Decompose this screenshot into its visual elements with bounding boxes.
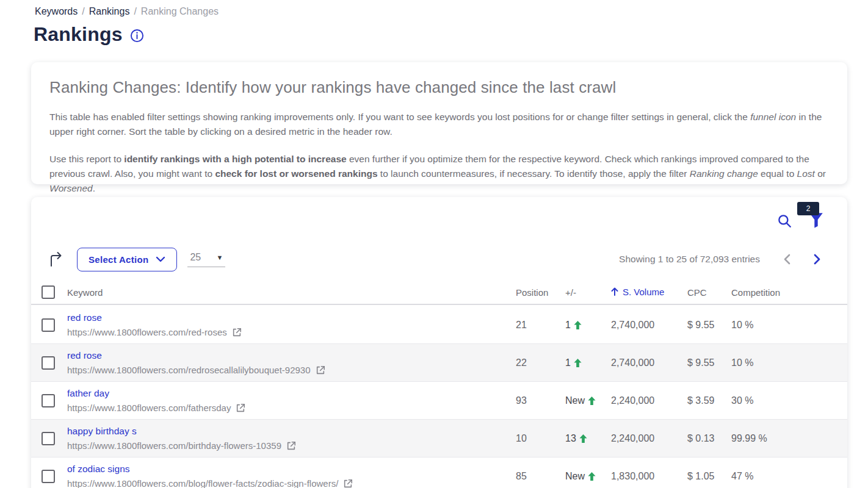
header-position[interactable]: Position bbox=[516, 287, 565, 298]
chevron-down-icon bbox=[156, 256, 165, 262]
page-size-select[interactable]: 25 ▼ bbox=[187, 252, 225, 267]
volume-value: 2,740,000 bbox=[611, 357, 687, 368]
table-row: red rose https://www.1800flowers.com/red… bbox=[31, 344, 847, 382]
funnel-filter-icon[interactable]: 2 bbox=[808, 212, 824, 229]
breadcrumb-rankings[interactable]: Rankings bbox=[89, 6, 130, 16]
keyword-url: https://www.1800flowers.com/blog/flower-… bbox=[67, 478, 338, 488]
change-value: New bbox=[565, 471, 585, 482]
breadcrumb-separator: / bbox=[82, 6, 84, 16]
prev-page-chevron[interactable] bbox=[783, 254, 791, 265]
info-panel-heading: Ranking Changes: Identify how your ranki… bbox=[49, 78, 829, 97]
change-value: New bbox=[565, 395, 585, 406]
keyword-url: https://www.1800flowers.com/birthday-flo… bbox=[67, 440, 281, 451]
table-body: red rose https://www.1800flowers.com/red… bbox=[31, 306, 847, 488]
search-icon[interactable] bbox=[776, 213, 792, 229]
change-value: 13 bbox=[565, 433, 576, 444]
up-arrow-icon bbox=[588, 472, 596, 481]
rankings-page: Keywords/Rankings/Ranking Changes Rankin… bbox=[0, 0, 868, 488]
external-link-icon[interactable] bbox=[316, 365, 325, 375]
page-title: Rankings bbox=[34, 23, 123, 46]
competition-value: 10 % bbox=[731, 357, 847, 368]
position-value: 22 bbox=[516, 357, 565, 368]
breadcrumb: Keywords/Rankings/Ranking Changes bbox=[35, 6, 219, 17]
volume-value: 2,740,000 bbox=[611, 320, 687, 331]
keyword-url: https://www.1800flowers.com/fathersday bbox=[67, 403, 231, 413]
competition-value: 10 % bbox=[731, 320, 847, 331]
showing-entries-text: Showing 1 to 25 of 72,093 entries bbox=[619, 254, 760, 265]
keyword-link[interactable]: red rose bbox=[67, 350, 102, 361]
up-arrow-icon bbox=[579, 434, 587, 443]
header-keyword[interactable]: Keyword bbox=[67, 287, 516, 298]
rankings-table-panel: 2 Select Action 25 ▼ bbox=[31, 197, 847, 488]
keyword-link[interactable]: father day bbox=[67, 388, 109, 399]
table-row: happy birthday s https://www.1800flowers… bbox=[31, 420, 847, 458]
row-checkbox[interactable] bbox=[42, 356, 55, 370]
row-checkbox[interactable] bbox=[42, 394, 55, 407]
volume-value: 2,240,000 bbox=[611, 433, 687, 444]
info-paragraph-1: This table has enabled filter settings s… bbox=[49, 110, 829, 139]
position-value: 21 bbox=[516, 320, 565, 331]
volume-value: 1,830,000 bbox=[611, 471, 687, 482]
position-value: 10 bbox=[516, 433, 565, 444]
up-arrow-icon bbox=[574, 321, 582, 329]
breadcrumb-separator: / bbox=[134, 6, 136, 16]
change-value: 1 bbox=[565, 357, 571, 368]
export-arrow-icon[interactable] bbox=[49, 251, 63, 267]
competition-value: 47 % bbox=[731, 471, 847, 482]
sort-arrow-up-icon bbox=[611, 287, 618, 296]
table-row: of zodiac signs https://www.1800flowers.… bbox=[31, 458, 847, 488]
row-checkbox[interactable] bbox=[42, 432, 55, 445]
table-row: father day https://www.1800flowers.com/f… bbox=[31, 382, 847, 420]
keyword-link[interactable]: red rose bbox=[67, 312, 102, 323]
cpc-value: $ 9.55 bbox=[687, 320, 731, 331]
cpc-value: $ 3.59 bbox=[687, 395, 731, 406]
info-circle-icon[interactable] bbox=[130, 29, 144, 43]
caret-down-icon: ▼ bbox=[216, 254, 223, 261]
keyword-link[interactable]: of zodiac signs bbox=[67, 464, 130, 475]
change-value: 1 bbox=[565, 320, 571, 331]
breadcrumb-keywords[interactable]: Keywords bbox=[35, 6, 78, 16]
up-arrow-icon bbox=[588, 396, 596, 405]
table-header-row: Keyword Position +/- S. Volume CPC Compe… bbox=[31, 281, 847, 305]
select-all-checkbox[interactable] bbox=[42, 285, 55, 299]
external-link-icon[interactable] bbox=[232, 328, 242, 337]
cpc-value: $ 1.05 bbox=[687, 471, 731, 482]
cpc-value: $ 9.55 bbox=[687, 357, 731, 368]
next-page-chevron[interactable] bbox=[813, 254, 821, 265]
table-toolbar: Select Action 25 ▼ Showing 1 to 25 of 72… bbox=[31, 246, 847, 273]
competition-value: 30 % bbox=[731, 395, 847, 406]
table-row: red rose https://www.1800flowers.com/red… bbox=[31, 306, 847, 344]
info-panel: Ranking Changes: Identify how your ranki… bbox=[31, 62, 847, 184]
header-competition[interactable]: Competition bbox=[731, 287, 847, 298]
external-link-icon[interactable] bbox=[286, 441, 296, 451]
header-volume-sorted[interactable]: S. Volume bbox=[611, 287, 664, 297]
row-checkbox[interactable] bbox=[42, 470, 55, 483]
row-checkbox[interactable] bbox=[42, 318, 55, 332]
up-arrow-icon bbox=[574, 359, 582, 367]
volume-value: 2,240,000 bbox=[611, 395, 687, 406]
position-value: 85 bbox=[516, 471, 565, 482]
select-action-button[interactable]: Select Action bbox=[77, 248, 177, 271]
breadcrumb-current: Ranking Changes bbox=[141, 6, 219, 16]
header-cpc[interactable]: CPC bbox=[687, 287, 731, 298]
filter-count-badge: 2 bbox=[797, 202, 819, 215]
info-paragraph-2: Use this report to identify rankings wit… bbox=[49, 152, 829, 196]
keyword-url: https://www.1800flowers.com/redrosecalla… bbox=[67, 365, 311, 375]
external-link-icon[interactable] bbox=[343, 479, 353, 488]
position-value: 93 bbox=[516, 395, 565, 406]
header-change[interactable]: +/- bbox=[565, 287, 611, 298]
competition-value: 99.99 % bbox=[731, 433, 847, 444]
cpc-value: $ 0.13 bbox=[687, 433, 731, 444]
keyword-url: https://www.1800flowers.com/red-roses bbox=[67, 327, 227, 337]
keyword-link[interactable]: happy birthday s bbox=[67, 426, 137, 437]
external-link-icon[interactable] bbox=[236, 403, 245, 413]
